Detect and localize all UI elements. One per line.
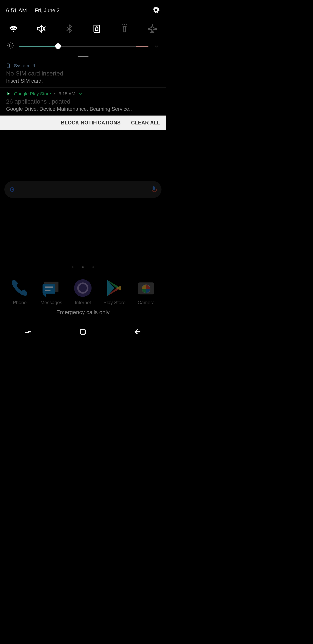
flashlight-toggle[interactable] — [118, 23, 131, 35]
svg-rect-2 — [45, 286, 53, 288]
bluetooth-toggle[interactable] — [63, 23, 75, 35]
home-page-indicator — [0, 266, 166, 268]
app-phone[interactable]: Phone — [7, 278, 33, 306]
app-internet[interactable]: Internet — [70, 278, 96, 306]
sound-vibrate-toggle[interactable] — [35, 23, 47, 35]
expand-chevron-down-icon[interactable] — [154, 43, 159, 49]
app-play-store[interactable]: Play Store — [101, 278, 128, 306]
internet-icon — [73, 278, 92, 298]
play-store-small-icon — [6, 92, 11, 96]
google-logo-icon: G — [9, 186, 14, 193]
camera-icon — [136, 278, 156, 298]
wifi-toggle[interactable] — [7, 23, 19, 35]
app-dock: Phone Messages Internet — [0, 278, 166, 306]
rotation-lock-toggle[interactable] — [91, 23, 103, 35]
app-label: Play Store — [103, 300, 126, 306]
mic-icon[interactable] — [151, 186, 156, 193]
app-messages[interactable]: Messages — [38, 278, 64, 306]
play-store-icon — [105, 278, 124, 298]
app-camera[interactable]: Camera — [133, 278, 159, 306]
quick-settings-toggles — [0, 16, 166, 39]
notification-actions-bar: BLOCK NOTIFICATIONS CLEAR ALL — [0, 116, 166, 130]
settings-gear-icon[interactable] — [153, 6, 160, 14]
google-search-bar[interactable]: G — [4, 181, 162, 198]
recents-button[interactable] — [23, 328, 32, 337]
app-label: Internet — [75, 300, 91, 306]
svg-rect-6 — [138, 282, 154, 294]
notification-system-ui[interactable]: System UI No SIM card inserted Insert SI… — [0, 60, 166, 88]
svg-rect-9 — [94, 25, 100, 32]
navigation-bar — [0, 323, 166, 341]
svg-rect-0 — [44, 282, 58, 292]
airplane-mode-toggle[interactable] — [146, 23, 158, 35]
notif-title: 26 applications updated — [6, 98, 160, 105]
divider — [31, 8, 31, 13]
brightness-slider[interactable] — [19, 42, 148, 50]
svg-rect-3 — [45, 290, 51, 291]
search-caret — [19, 186, 19, 193]
svg-point-4 — [74, 279, 92, 297]
notification-play-store[interactable]: Google Play Store • 6:15 AM 26 applicati… — [0, 88, 166, 116]
brightness-icon — [6, 42, 14, 50]
messages-icon — [42, 278, 61, 298]
phone-icon — [10, 278, 29, 298]
back-button[interactable] — [134, 328, 142, 337]
svg-rect-13 — [80, 330, 85, 334]
svg-rect-1 — [43, 284, 55, 294]
app-label: Messages — [40, 300, 62, 306]
app-label: Camera — [138, 300, 155, 306]
status-header: 6:51 AM Fri, June 2 — [0, 0, 166, 16]
svg-point-8 — [142, 285, 150, 293]
chevron-down-icon[interactable] — [78, 92, 83, 96]
home-button[interactable] — [79, 328, 87, 337]
svg-point-7 — [142, 285, 150, 293]
emergency-toast: Emergency calls only — [0, 309, 166, 316]
clear-all-button[interactable]: CLEAR ALL — [131, 120, 160, 126]
notif-body: Google Drive, Device Maintenance, Beamin… — [6, 106, 160, 112]
notif-body: Insert SIM card. — [6, 78, 160, 84]
app-label: Phone — [13, 300, 27, 306]
notif-time: 6:15 AM — [59, 91, 75, 96]
block-notifications-button[interactable]: BLOCK NOTIFICATIONS — [61, 120, 121, 126]
status-time: 6:51 AM — [6, 7, 27, 14]
svg-point-5 — [78, 283, 88, 293]
brightness-row — [0, 39, 166, 52]
status-date: Fri, June 2 — [35, 8, 59, 14]
shade-drag-handle[interactable] — [78, 56, 88, 57]
sim-icon — [6, 63, 11, 68]
notif-app-name: Google Play Store — [14, 91, 51, 96]
notif-app-name: System UI — [14, 63, 35, 68]
notif-title: No SIM card inserted — [6, 70, 160, 77]
